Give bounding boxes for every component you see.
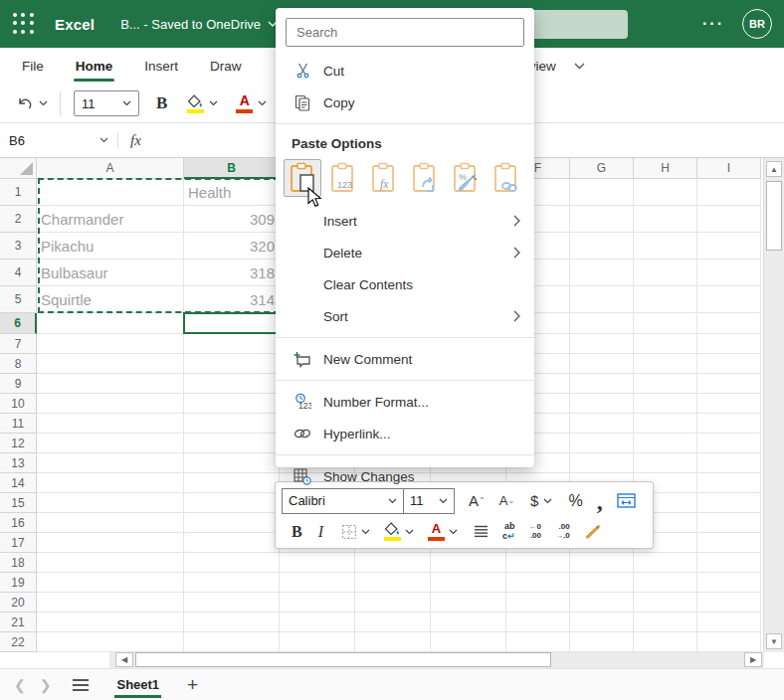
cell-I16[interactable] (697, 513, 761, 533)
cell-A13[interactable] (37, 453, 184, 473)
document-title[interactable]: B... - Saved to OneDrive (120, 17, 278, 32)
mini-font-color-button[interactable]: A (424, 520, 462, 543)
mini-italic-button[interactable]: I (314, 521, 327, 543)
cell-I3[interactable] (697, 233, 761, 260)
row-header-8[interactable]: 8 (0, 354, 37, 374)
cell-G1[interactable] (570, 179, 634, 206)
cell-I6[interactable] (697, 313, 761, 334)
cell-H19[interactable] (634, 573, 697, 593)
menu-item-clear-contents[interactable]: Clear Contents (276, 268, 534, 300)
cell-I12[interactable] (697, 434, 761, 453)
name-box[interactable]: B6 (0, 123, 117, 157)
cell-A17[interactable] (37, 533, 184, 553)
row-header-2[interactable]: 2 (0, 206, 37, 233)
cell-E19[interactable] (431, 573, 506, 593)
cell-C20[interactable] (280, 593, 355, 612)
context-menu-search-input[interactable] (286, 18, 524, 47)
format-painter-button[interactable] (580, 522, 605, 542)
merge-cells-button[interactable] (613, 491, 640, 510)
cell-H13[interactable] (634, 453, 697, 473)
cell-H5[interactable] (634, 286, 697, 313)
cell-F22[interactable] (506, 632, 570, 652)
cell-H2[interactable] (634, 206, 697, 233)
mini-bold-button[interactable]: B (288, 521, 306, 543)
menu-item-copy[interactable]: Copy (276, 87, 534, 118)
cell-I18[interactable] (697, 553, 761, 573)
cell-A11[interactable] (37, 414, 184, 434)
cell-H1[interactable] (634, 179, 697, 206)
prev-sheet-icon[interactable]: ❮ (14, 677, 26, 693)
cell-G7[interactable] (570, 334, 634, 354)
shrink-font-button[interactable]: A⌄ (495, 491, 518, 510)
cell-B13[interactable] (184, 453, 280, 473)
cell-B2[interactable]: 309 (184, 206, 280, 233)
cell-I8[interactable] (697, 354, 761, 374)
cell-H4[interactable] (634, 260, 697, 286)
row-header-3[interactable]: 3 (0, 233, 37, 260)
column-header-H[interactable]: H (634, 158, 697, 179)
row-header-22[interactable]: 22 (0, 632, 37, 652)
avatar[interactable]: BR (742, 9, 772, 39)
cell-D21[interactable] (355, 612, 431, 632)
cell-G3[interactable] (570, 233, 634, 260)
cell-D20[interactable] (355, 593, 431, 612)
cell-A12[interactable] (37, 434, 184, 453)
row-header-1[interactable]: 1 (0, 179, 37, 206)
undo-button[interactable] (12, 92, 53, 114)
cell-G18[interactable] (570, 553, 634, 573)
cell-B22[interactable] (184, 632, 280, 652)
cell-C21[interactable] (280, 612, 355, 632)
horizontal-scroll-thumb[interactable] (135, 652, 551, 667)
accounting-format-button[interactable]: $ (526, 490, 556, 511)
row-header-19[interactable]: 19 (0, 573, 37, 593)
cell-H7[interactable] (634, 334, 697, 354)
cell-I19[interactable] (697, 573, 761, 593)
cell-D18[interactable] (355, 553, 431, 573)
scroll-right-icon[interactable]: ▶ (744, 652, 762, 667)
cell-G13[interactable] (570, 453, 634, 473)
cell-A15[interactable] (37, 493, 184, 513)
menu-item-hyperlink[interactable]: Hyperlink... (276, 418, 534, 449)
scroll-down-icon[interactable]: ▼ (766, 633, 782, 649)
more-tabs-chevron-icon[interactable] (574, 63, 585, 70)
cell-B7[interactable] (184, 334, 280, 354)
row-header-15[interactable]: 15 (0, 493, 37, 513)
cell-I22[interactable] (697, 632, 761, 652)
cell-H9[interactable] (634, 374, 697, 394)
column-header-A[interactable]: A (37, 158, 184, 179)
cell-I11[interactable] (697, 414, 761, 434)
cell-I4[interactable] (697, 260, 761, 286)
cell-I9[interactable] (697, 374, 761, 394)
row-header-21[interactable]: 21 (0, 612, 37, 632)
cell-B20[interactable] (184, 593, 280, 612)
menu-item-cut[interactable]: Cut (276, 55, 534, 87)
cell-A14[interactable] (37, 473, 184, 493)
tab-draw[interactable]: Draw (206, 50, 246, 83)
cell-A3[interactable]: Pikachu (37, 233, 184, 260)
paste-values-icon[interactable]: 123 (324, 159, 362, 197)
cell-G8[interactable] (570, 354, 634, 374)
increase-decimal-button[interactable]: ←0.00 (525, 521, 545, 543)
paste-formulas-icon[interactable]: fx (365, 159, 403, 197)
menu-item-show-changes[interactable]: Show Changes (276, 460, 534, 492)
cell-G4[interactable] (570, 260, 634, 286)
cell-G9[interactable] (570, 374, 634, 394)
cell-C18[interactable] (280, 553, 355, 573)
cell-A18[interactable] (37, 553, 184, 573)
row-header-17[interactable]: 17 (0, 533, 37, 553)
cell-B17[interactable] (184, 533, 280, 553)
row-header-6[interactable]: 6 (0, 313, 37, 334)
cell-C22[interactable] (280, 632, 355, 652)
cell-G22[interactable] (570, 632, 634, 652)
cell-G10[interactable] (570, 394, 634, 414)
cell-B15[interactable] (184, 493, 280, 513)
all-sheets-menu-icon[interactable] (73, 679, 89, 691)
cell-H3[interactable] (634, 233, 697, 260)
scroll-up-icon[interactable]: ▲ (766, 161, 782, 177)
cell-H8[interactable] (634, 354, 697, 374)
sheet-tab-sheet1[interactable]: Sheet1 (114, 671, 161, 698)
row-header-5[interactable]: 5 (0, 286, 37, 313)
row-header-12[interactable]: 12 (0, 434, 37, 453)
font-color-button[interactable]: A (231, 89, 272, 117)
comma-style-button[interactable]: , (593, 494, 607, 508)
